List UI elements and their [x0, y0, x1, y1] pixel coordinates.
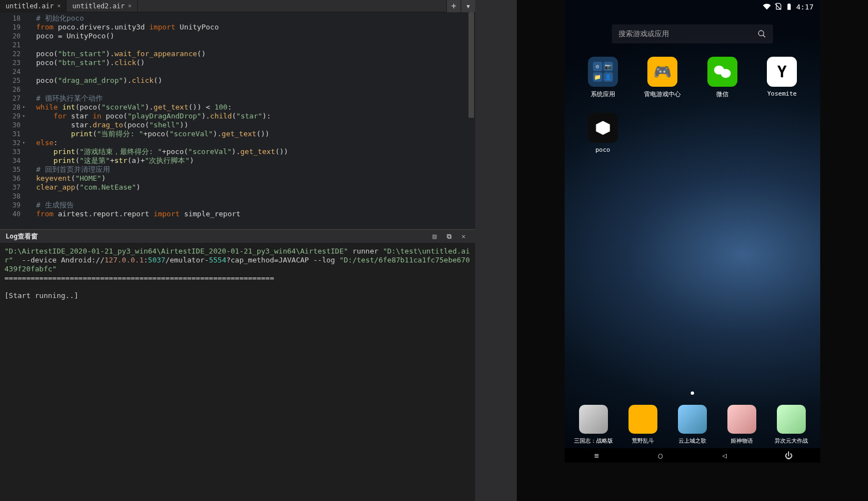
nav-recent-button[interactable]: ≡	[580, 451, 613, 460]
app-label: Yosemite	[767, 90, 797, 97]
tab-label: untitled2.air	[72, 2, 124, 10]
tab-more-button[interactable]: ▾	[461, 0, 475, 12]
log-close-icon[interactable]: ✕	[457, 231, 470, 242]
log-title: Log查看窗	[6, 232, 38, 241]
tab-0[interactable]: untitled.air×	[0, 0, 67, 12]
dock-app-4[interactable]: 异次元大作战	[769, 405, 815, 445]
app-label: 系统应用	[591, 90, 615, 98]
app-icon: Y	[767, 57, 797, 87]
line-gutter: 1819202122232425262728293031323334353637…	[0, 12, 25, 229]
status-clock: 4:17	[796, 3, 814, 11]
dock: 三国志：战略版荒野乱斗云上城之歌姬神物语异次元大作战	[565, 399, 820, 448]
page-indicator	[691, 391, 694, 395]
android-nav-bar: ≡ ○ ◁ ⏻	[565, 448, 820, 463]
app-icon	[588, 113, 618, 143]
app-label: poco	[596, 146, 611, 153]
new-tab-button[interactable]: +	[446, 0, 461, 12]
close-icon[interactable]: ×	[128, 2, 132, 9]
log-popout-icon[interactable]: ⧉	[443, 231, 455, 242]
battery-icon	[785, 3, 793, 11]
dock-app-2[interactable]: 云上城之歌	[669, 405, 715, 445]
app-label: 姬神物语	[731, 437, 753, 445]
app-label: 荒野乱斗	[632, 437, 654, 445]
app-icon	[777, 405, 806, 434]
editor-tab-bar: untitled.air×untitled2.air× + ▾	[0, 0, 475, 12]
phone-screen[interactable]: 4:17 搜索游戏或应用 ⚙📷📁👤系统应用🎮雷电游戏中心微信YYosemitep…	[565, 0, 820, 463]
app-icon	[727, 405, 756, 434]
app-poco[interactable]: poco	[576, 113, 630, 153]
dock-app-0[interactable]: 三国志：战略版	[570, 405, 616, 445]
android-status-bar: 4:17	[565, 0, 820, 13]
app-label: 微信	[716, 90, 729, 98]
no-sim-icon	[774, 3, 782, 11]
device-mirror-panel: 4:17 搜索游戏或应用 ⚙📷📁👤系统应用🎮雷电游戏中心微信YYosemitep…	[517, 0, 868, 501]
code-body[interactable]: # 初始化pocofrom poco.drivers.unity3d impor…	[25, 12, 475, 229]
app-微信[interactable]: 微信	[695, 57, 750, 98]
app-雷电游戏中心[interactable]: 🎮雷电游戏中心	[636, 57, 690, 98]
tab-1[interactable]: untitled2.air×	[67, 0, 138, 12]
app-icon	[707, 57, 737, 87]
app-icon: 🎮	[647, 57, 677, 87]
app-icon	[628, 405, 657, 434]
log-filter-icon[interactable]: ▤	[428, 231, 441, 242]
dock-app-3[interactable]: 姬神物语	[719, 405, 765, 445]
close-icon[interactable]: ×	[57, 2, 61, 9]
wifi-icon	[763, 3, 771, 11]
app-系统应用[interactable]: ⚙📷📁👤系统应用	[576, 57, 630, 98]
search-icon	[757, 29, 766, 38]
nav-back-button[interactable]: ◁	[708, 451, 741, 460]
tab-label: untitled.air	[6, 2, 54, 10]
app-label: 异次元大作战	[775, 437, 808, 445]
dock-app-1[interactable]: 荒野乱斗	[620, 405, 666, 445]
app-icon	[678, 405, 707, 434]
search-placeholder: 搜索游戏或应用	[618, 29, 757, 39]
log-output[interactable]: "D:\AirtestIDE_2020-01-21_py3_win64\Airt…	[0, 244, 475, 501]
apps-grid: ⚙📷📁👤系统应用🎮雷电游戏中心微信YYosemitepoco	[565, 43, 820, 167]
app-icon: ⚙📷📁👤	[588, 57, 618, 87]
nav-home-button[interactable]: ○	[644, 451, 677, 460]
app-label: 雷电游戏中心	[644, 90, 681, 98]
app-label: 云上城之歌	[679, 437, 706, 445]
home-search-box[interactable]: 搜索游戏或应用	[612, 24, 773, 43]
app-Yosemite[interactable]: YYosemite	[755, 57, 810, 98]
svg-point-0	[759, 31, 764, 36]
panel-gap	[475, 0, 517, 501]
editor-scrollbar[interactable]	[468, 12, 474, 229]
scrollbar-thumb[interactable]	[468, 12, 474, 118]
nav-power-button[interactable]: ⏻	[772, 451, 805, 460]
code-editor[interactable]: 1819202122232425262728293031323334353637…	[0, 12, 475, 229]
app-label: 三国志：战略版	[574, 437, 613, 445]
app-icon	[579, 405, 608, 434]
log-panel-header: Log查看窗 ▤ ⧉ ✕	[0, 229, 475, 244]
